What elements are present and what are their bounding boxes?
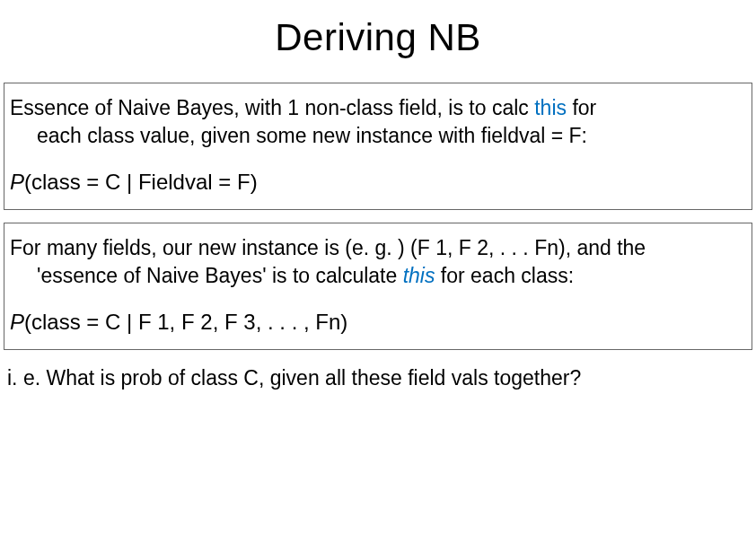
paragraph-1: Essence of Naive Bayes, with 1 non-class… — [10, 94, 746, 122]
text-segment: 'essence of Naive Bayes' is to calculate — [37, 264, 403, 287]
emphasis-this: this — [403, 264, 435, 287]
closing-line: i. e. What is prob of class C, given all… — [7, 366, 752, 390]
slide-title: Deriving NB — [0, 0, 756, 77]
paragraph-2-cont: 'essence of Naive Bayes' is to calculate… — [10, 262, 746, 290]
formula-body: (class = C | F 1, F 2, F 3, . . . , Fn) — [24, 310, 347, 334]
formula-p-symbol: P — [10, 170, 24, 194]
content-box-2: For many fields, our new instance is (e.… — [4, 223, 752, 350]
formula-2: P(class = C | F 1, F 2, F 3, . . . , Fn) — [10, 310, 746, 335]
text-segment: for each class: — [435, 264, 574, 287]
text-segment: Essence of Naive Bayes, with 1 non-class… — [10, 96, 534, 119]
paragraph-1-cont: each class value, given some new instanc… — [10, 122, 746, 150]
content-box-1: Essence of Naive Bayes, with 1 non-class… — [4, 83, 752, 210]
paragraph-2: For many fields, our new instance is (e.… — [10, 234, 746, 262]
emphasis-this: this — [534, 96, 567, 119]
formula-body: (class = C | Fieldval = F) — [24, 170, 258, 194]
formula-p-symbol: P — [10, 310, 24, 334]
text-segment: for — [567, 96, 596, 119]
formula-1: P(class = C | Fieldval = F) — [10, 170, 746, 195]
